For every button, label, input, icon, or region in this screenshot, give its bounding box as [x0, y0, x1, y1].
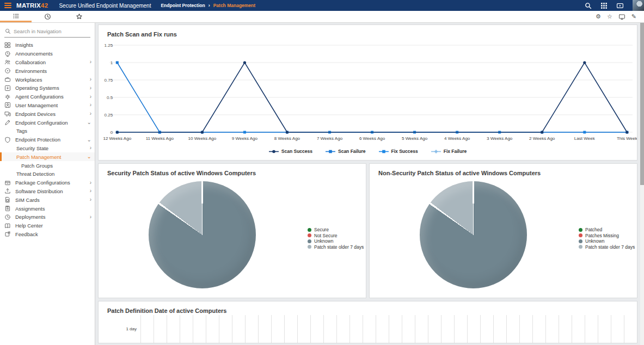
svg-text:1: 1	[111, 60, 113, 65]
pie-legend-item-not-secure[interactable]: Not Secure	[308, 233, 364, 239]
tab-favorites-star[interactable]	[63, 11, 95, 22]
sidebar-item-security-state[interactable]: Security State›	[0, 144, 95, 153]
matrix42-logo[interactable]: MATRIX42	[16, 2, 48, 9]
sidebar-item-label: Help Center	[15, 223, 43, 229]
tab-navigation-list[interactable]	[0, 11, 32, 22]
sidebar-item-user-management[interactable]: User Management›	[0, 101, 95, 110]
chevron-right-icon[interactable]: ›	[90, 188, 91, 194]
navigation-search-input[interactable]	[14, 28, 90, 34]
chevron-down-icon[interactable]: ⌄	[87, 120, 91, 125]
pie-legend-item-secure[interactable]: Secure	[308, 227, 364, 233]
chevron-right-icon[interactable]: ›	[90, 180, 91, 186]
legend-item-scan-failure[interactable]: Scan Failure	[326, 149, 366, 154]
legend-dot-icon	[579, 233, 582, 237]
chevron-down-icon[interactable]: ⌄	[87, 154, 91, 159]
favorites-star-icon	[76, 13, 83, 20]
sidebar-item-deployments[interactable]: Deployments›	[0, 213, 95, 221]
sidebar-item-feedback[interactable]: Feedback	[0, 230, 95, 239]
svg-text:11 Weeks Ago: 11 Weeks Ago	[146, 136, 174, 141]
sidebar-item-endpoint-protection[interactable]: Endpoint Protection⌄	[0, 135, 95, 144]
svg-text:8 Weeks Ago: 8 Weeks Ago	[274, 136, 300, 141]
vertical-scrollbar[interactable]	[640, 23, 644, 345]
legend-item-fix-failure[interactable]: Fix Failure	[431, 149, 467, 154]
tab-history-clock[interactable]	[32, 11, 63, 22]
assignments-icon	[4, 205, 11, 212]
chevron-right-icon[interactable]: ›	[90, 111, 91, 116]
non-security-patch-pie-chart	[420, 181, 527, 288]
legend-marker-circle-icon	[269, 149, 279, 154]
user-avatar[interactable]	[633, 0, 644, 11]
sidebar-item-endpoint-devices[interactable]: Endpoint Devices›	[0, 109, 95, 118]
sidebar-item-operating-systems[interactable]: Operating Systems›	[0, 84, 95, 93]
sidebar-item-environments[interactable]: Environments	[0, 66, 95, 75]
legend-marker-square-icon	[379, 149, 389, 154]
panel-patch-scan-fix-runs: Patch Scan and Fix runs 00.250.50.7511.2…	[98, 24, 637, 161]
chevron-right-icon[interactable]: ›	[90, 197, 91, 202]
chevron-right-icon[interactable]: ›	[90, 94, 91, 100]
sidebar-item-patch-management[interactable]: Patch Management⌄	[0, 152, 95, 161]
app-launcher-icon[interactable]	[600, 2, 608, 9]
navigation-sidebar: InsightsAnnouncementsCollaboration›Envir…	[0, 23, 95, 345]
sidebar-item-help-center[interactable]: Help Center	[0, 221, 95, 230]
panel-security-patch-status: Security Patch Status of active Windows …	[98, 163, 366, 298]
chevron-right-icon[interactable]: ›	[90, 214, 91, 220]
sidebar-item-agent-configurations[interactable]: Agent Configurations›	[0, 93, 95, 101]
chevron-right-icon[interactable]: ›	[90, 59, 91, 65]
edit-pencil-icon[interactable]: ✎	[631, 14, 636, 20]
sidebar-item-label: Threat Detection	[16, 171, 54, 177]
sidebar-item-sim-cards[interactable]: SIM Cards›	[0, 195, 95, 204]
pie-chart-legend: PatchedPatches MissingUnknownPatch state…	[579, 227, 635, 250]
pie-legend-item-patched[interactable]: Patched	[579, 227, 635, 233]
chevron-right-icon[interactable]: ›	[90, 77, 91, 82]
svg-text:6 Weeks Ago: 6 Weeks Ago	[359, 136, 385, 141]
line-chart: 00.250.50.7511.2512 Weeks Ago11 Weeks Ag…	[99, 39, 637, 149]
settings-gear-icon[interactable]: ⚙	[596, 14, 601, 20]
legend-label: Scan Success	[281, 149, 312, 154]
sidebar-item-label: Package Configurations	[15, 180, 70, 186]
chevron-down-icon[interactable]: ⌄	[87, 137, 91, 143]
sidebar-item-label: Patch Groups	[21, 163, 53, 169]
pie-legend-item-patches-missing[interactable]: Patches Missing	[579, 233, 635, 239]
sidebar-item-threat-detection[interactable]: Threat Detection	[0, 170, 95, 178]
search-icon[interactable]	[585, 2, 592, 9]
announcements-icon	[4, 51, 11, 57]
breadcrumb-patch-management[interactable]: Patch Management	[213, 3, 255, 8]
breadcrumb-endpoint-protection[interactable]: Endpoint Protection	[161, 3, 205, 8]
chevron-right-icon[interactable]: ›	[90, 102, 91, 108]
collaboration-icon	[4, 59, 11, 65]
scrollbar-thumb[interactable]	[640, 23, 644, 185]
favorite-star-icon[interactable]: ☆	[607, 14, 612, 20]
sidebar-item-announcements[interactable]: Announcements	[0, 50, 95, 58]
pie-legend-item-patch-state-older-7-days[interactable]: Patch state older 7 days	[579, 244, 635, 250]
legend-item-fix-success[interactable]: Fix Success	[379, 149, 418, 154]
pie-legend-item-unknown[interactable]: Unknown	[579, 238, 635, 244]
chevron-right-icon[interactable]: ›	[90, 145, 91, 151]
sidebar-item-label: Endpoint Configuration	[15, 120, 68, 126]
sidebar-search	[4, 27, 90, 38]
svg-text:0.25: 0.25	[105, 113, 113, 118]
sidebar-item-label: Assignments	[15, 206, 45, 212]
svg-text:10 Weeks Ago: 10 Weeks Ago	[188, 136, 217, 141]
sidebar-item-workplaces[interactable]: Workplaces›	[0, 75, 95, 84]
bar-chart-category-label: 1 day	[99, 326, 137, 331]
sidebar-item-tags[interactable]: Tags	[0, 127, 95, 135]
chevron-right-icon[interactable]: ›	[90, 85, 91, 91]
legend-label: Unknown	[585, 238, 604, 244]
remote-control-icon[interactable]	[616, 2, 624, 9]
legend-item-scan-success[interactable]: Scan Success	[269, 149, 312, 154]
monitor-preview-icon[interactable]	[618, 14, 625, 20]
sidebar-item-endpoint-configuration[interactable]: Endpoint Configuration⌄	[0, 118, 95, 127]
help-center-icon	[4, 223, 11, 229]
panel-non-security-patch-status: Non-Security Patch Status of active Wind…	[369, 163, 637, 298]
sidebar-item-software-distribution[interactable]: Software Distribution›	[0, 187, 95, 196]
legend-label: Unknown	[314, 238, 333, 244]
sidebar-item-insights[interactable]: Insights	[0, 41, 95, 50]
sidebar-item-patch-groups[interactable]: Patch Groups	[0, 161, 95, 170]
legend-dot-icon	[308, 233, 311, 237]
sidebar-item-assignments[interactable]: Assignments	[0, 204, 95, 213]
sidebar-item-package-configurations[interactable]: Package Configurations›	[0, 178, 95, 187]
sidebar-item-collaboration[interactable]: Collaboration›	[0, 58, 95, 67]
pie-legend-item-unknown[interactable]: Unknown	[308, 238, 364, 244]
pie-legend-item-patch-state-older-7-days[interactable]: Patch state older 7 days	[308, 244, 364, 250]
hamburger-menu-icon[interactable]	[4, 3, 11, 8]
